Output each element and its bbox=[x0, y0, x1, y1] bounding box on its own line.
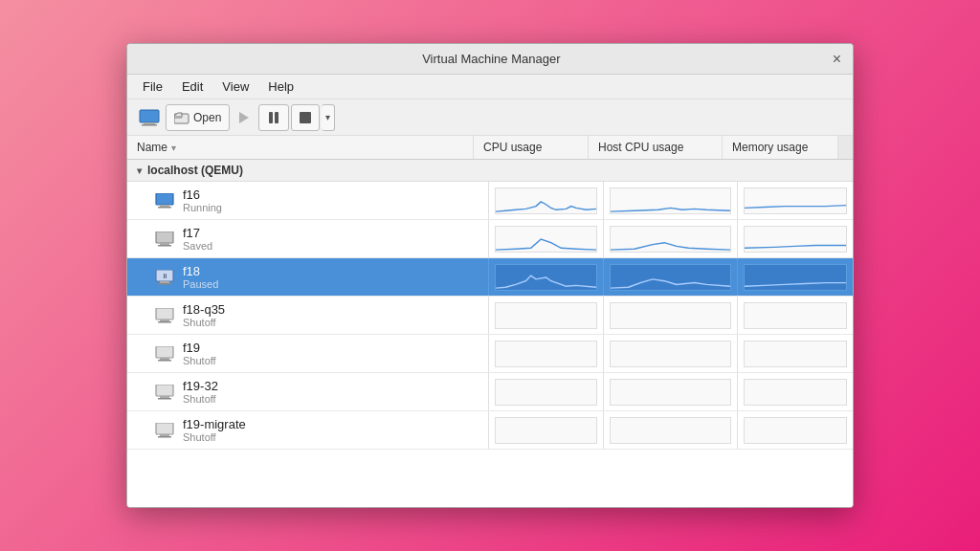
mem-graph bbox=[744, 417, 847, 444]
table-row[interactable]: f19-32 Shutoff bbox=[127, 373, 853, 411]
vm-table: Name ▾ CPU usage Host CPU usage Memory u… bbox=[127, 136, 853, 507]
manager-icon bbox=[139, 109, 160, 126]
cpu-graph-cell bbox=[489, 335, 604, 372]
vm-info: f17 Saved bbox=[154, 226, 212, 252]
svg-rect-15 bbox=[156, 308, 173, 320]
scrollbar-placeholder bbox=[837, 136, 853, 159]
more-button[interactable]: ▾ bbox=[322, 104, 335, 131]
vm-name-cell: f17 Saved bbox=[127, 220, 489, 257]
svg-rect-17 bbox=[158, 321, 171, 323]
svg-rect-25 bbox=[160, 434, 169, 436]
vm-info: ⏸ f18 Paused bbox=[154, 264, 218, 290]
svg-rect-10 bbox=[158, 245, 171, 247]
host-group-row[interactable]: ▾ localhost (QEMU) bbox=[127, 160, 853, 182]
svg-rect-23 bbox=[158, 398, 171, 400]
host-cpu-graph-cell bbox=[604, 182, 738, 219]
open-icon bbox=[174, 111, 189, 124]
menu-file[interactable]: File bbox=[135, 77, 170, 96]
vm-name-cell: f19 Shutoff bbox=[127, 335, 489, 372]
vm-icon-wrapper bbox=[154, 344, 175, 364]
vm-icon-wrapper bbox=[154, 383, 175, 402]
host-cpu-graph bbox=[610, 226, 731, 253]
host-cpu-graph bbox=[610, 417, 731, 444]
col-host-cpu: Host CPU usage bbox=[589, 136, 723, 159]
svg-rect-18 bbox=[156, 346, 173, 358]
open-label: Open bbox=[193, 111, 221, 124]
vm-shutoff-icon bbox=[155, 423, 174, 438]
mem-graph bbox=[744, 264, 847, 291]
mem-graph-cell bbox=[738, 411, 853, 449]
table-row[interactable]: f16 Running bbox=[127, 182, 853, 220]
vm-shutoff-icon bbox=[155, 385, 174, 400]
close-button[interactable]: × bbox=[831, 52, 843, 67]
vm-text: f19-32 Shutoff bbox=[183, 379, 218, 405]
cpu-graph bbox=[495, 417, 597, 444]
table-row[interactable]: ⏸ f18 Paused bbox=[127, 258, 853, 297]
host-cpu-graph bbox=[610, 264, 731, 291]
cpu-graph-cell bbox=[489, 373, 604, 410]
svg-rect-22 bbox=[160, 396, 169, 398]
table-header: Name ▾ CPU usage Host CPU usage Memory u… bbox=[127, 136, 853, 160]
cpu-graph-cell bbox=[489, 258, 604, 296]
vm-icon-wrapper bbox=[154, 230, 175, 249]
vm-info: f19-32 Shutoff bbox=[154, 379, 218, 405]
col-cpu: CPU usage bbox=[474, 136, 589, 159]
vm-shutoff-icon bbox=[155, 308, 174, 323]
manager-icon-button[interactable] bbox=[135, 104, 164, 131]
host-cpu-graph-cell bbox=[604, 220, 738, 257]
menu-view[interactable]: View bbox=[214, 77, 256, 96]
vm-running-icon bbox=[155, 193, 174, 209]
host-cpu-graph bbox=[610, 302, 731, 329]
vm-list: f16 Running bbox=[127, 182, 853, 507]
vm-info: f18-q35 Shutoff bbox=[154, 302, 225, 328]
vm-saved-icon bbox=[155, 231, 174, 247]
vm-icon-wrapper bbox=[154, 306, 175, 325]
mem-graph-cell bbox=[738, 373, 853, 410]
vm-paused-icon: ⏸ bbox=[155, 270, 174, 285]
vm-name-cell: f16 Running bbox=[127, 182, 489, 219]
dropdown-arrow: ▾ bbox=[325, 112, 330, 122]
mem-graph-cell bbox=[738, 258, 853, 296]
vm-text: f16 Running bbox=[183, 187, 222, 213]
menu-bar: File Edit View Help bbox=[127, 75, 853, 99]
stop-button[interactable] bbox=[291, 104, 320, 131]
group-label: localhost (QEMU) bbox=[147, 164, 243, 177]
host-cpu-graph-cell bbox=[604, 297, 738, 334]
svg-rect-0 bbox=[140, 110, 159, 122]
menu-help[interactable]: Help bbox=[260, 77, 301, 96]
cpu-graph-cell bbox=[489, 182, 604, 219]
cpu-graph bbox=[495, 302, 597, 329]
cpu-graph bbox=[495, 264, 597, 291]
toolbar: Open ▾ bbox=[127, 99, 853, 136]
host-cpu-graph-cell bbox=[604, 411, 738, 449]
svg-rect-26 bbox=[158, 436, 171, 438]
window-title: Virtual Machine Manager bbox=[152, 52, 831, 66]
table-row[interactable]: f19 Shutoff bbox=[127, 335, 853, 373]
menu-edit[interactable]: Edit bbox=[174, 77, 211, 96]
svg-rect-20 bbox=[158, 360, 171, 362]
vm-shutoff-icon bbox=[155, 346, 174, 362]
mem-graph bbox=[744, 341, 847, 367]
vm-icon-wrapper bbox=[154, 191, 175, 210]
open-button[interactable]: Open bbox=[166, 104, 230, 131]
svg-rect-1 bbox=[144, 122, 155, 124]
vm-info: f19 Shutoff bbox=[154, 341, 216, 366]
mem-graph bbox=[744, 187, 847, 214]
cpu-graph bbox=[495, 226, 597, 253]
title-bar: Virtual Machine Manager × bbox=[127, 44, 853, 75]
host-cpu-graph bbox=[610, 341, 731, 367]
table-row[interactable]: f19-migrate Shutoff bbox=[127, 411, 853, 450]
cpu-graph bbox=[495, 379, 597, 406]
vm-text: f18 Paused bbox=[183, 264, 218, 290]
cpu-graph bbox=[495, 187, 597, 214]
play-button[interactable] bbox=[232, 104, 256, 131]
pause-button[interactable] bbox=[258, 104, 289, 131]
table-row[interactable]: f17 Saved bbox=[127, 220, 853, 258]
svg-rect-4 bbox=[174, 116, 182, 118]
svg-rect-19 bbox=[160, 358, 169, 360]
table-row[interactable]: f18-q35 Shutoff bbox=[127, 297, 853, 335]
mem-graph-cell bbox=[738, 297, 853, 334]
vm-info: f16 Running bbox=[154, 187, 222, 213]
vm-text: f17 Saved bbox=[183, 226, 212, 252]
svg-rect-14 bbox=[158, 283, 171, 285]
